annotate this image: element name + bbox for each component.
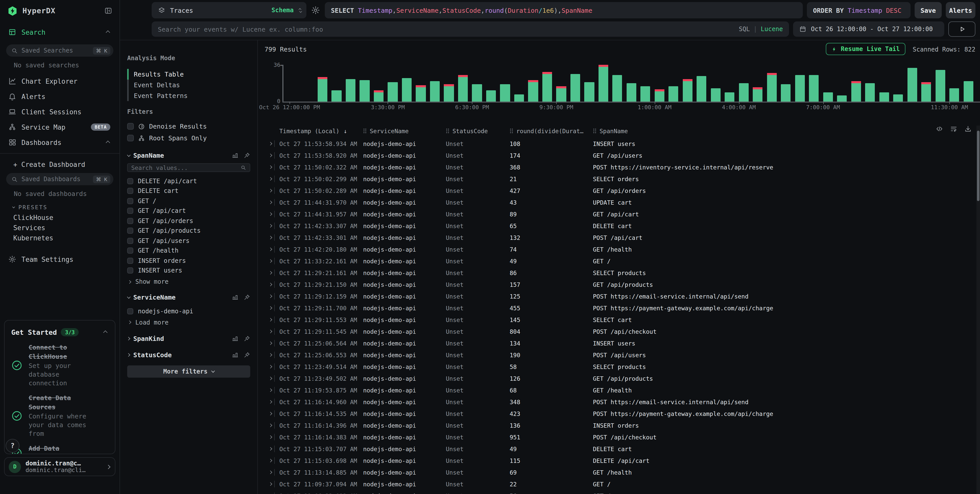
scrollbar-thumb[interactable] — [977, 131, 980, 201]
filter-value-checkbox[interactable]: GET / — [127, 196, 250, 206]
expand-row-icon[interactable] — [266, 283, 274, 286]
expand-row-icon[interactable] — [266, 154, 274, 157]
filter-value-checkbox[interactable]: INSERT users — [127, 265, 250, 276]
table-row[interactable]: Oct 27 11:42:33.307 AM nodejs-demo-api U… — [258, 220, 977, 232]
saved-searches-input[interactable]: ⌘ K — [6, 44, 113, 57]
histogram-bar[interactable] — [472, 84, 482, 102]
expand-row-icon[interactable] — [266, 354, 274, 356]
histogram-bar[interactable] — [584, 82, 594, 102]
table-row[interactable]: Oct 27 11:50:02.289 AM nodejs-demo-api U… — [258, 185, 977, 197]
checkbox[interactable] — [127, 208, 133, 214]
lucene-mode-toggle[interactable]: Lucene — [760, 25, 783, 33]
column-header-status[interactable]: StatusCode — [446, 127, 510, 135]
checkbox[interactable] — [127, 178, 133, 184]
get-started-step[interactable]: Connect to ClickHouse Set up your databa… — [11, 343, 108, 388]
table-row[interactable]: Oct 27 11:23:49.514 AM nodejs-demo-api U… — [258, 361, 977, 373]
wrap-text-icon[interactable] — [950, 125, 958, 133]
save-button[interactable]: Save — [915, 2, 942, 18]
saved-searches-field[interactable] — [21, 47, 89, 54]
histogram-bar[interactable] — [795, 75, 805, 102]
expand-row-icon[interactable] — [266, 365, 274, 368]
histogram-bar[interactable] — [542, 72, 552, 102]
table-row[interactable]: Oct 27 11:16:14.396 AM nodejs-demo-api U… — [258, 419, 977, 431]
histogram-bar[interactable] — [921, 82, 931, 102]
expand-row-icon[interactable] — [266, 448, 274, 450]
servicename-group-header[interactable]: ServiceName — [127, 292, 250, 302]
filter-value-checkbox[interactable]: INSERT orders — [127, 256, 250, 265]
expand-row-icon[interactable] — [266, 236, 274, 239]
filter-value-checkbox[interactable]: DELETE /api/cart — [127, 176, 250, 186]
preset-item[interactable]: ClickHouse — [6, 212, 113, 222]
histogram-bar[interactable] — [612, 75, 622, 102]
drag-handle-icon[interactable] — [510, 128, 513, 134]
expand-row-icon[interactable] — [266, 400, 274, 403]
chevron-up-icon[interactable] — [106, 141, 110, 145]
histogram-bar[interactable] — [823, 92, 833, 102]
time-range-picker[interactable]: Oct 26 12:00:00 - Oct 27 12:00:00 — [793, 21, 944, 37]
checkbox[interactable] — [127, 123, 134, 130]
spankind-group-header[interactable]: SpanKind — [127, 334, 250, 344]
histogram-bar[interactable] — [514, 94, 524, 102]
lucene-search-field[interactable] — [158, 25, 735, 33]
table-row[interactable]: Oct 27 11:25:06.553 AM nodejs-demo-api U… — [258, 349, 977, 361]
table-row[interactable]: Oct 27 11:09:37.094 AM nodejs-demo-api U… — [258, 478, 977, 490]
column-header-span[interactable]: SpanName — [593, 127, 980, 135]
column-chart-icon[interactable] — [232, 335, 239, 342]
histogram-bar[interactable] — [963, 81, 973, 102]
table-row[interactable]: Oct 27 11:23:49.502 AM nodejs-demo-api U… — [258, 373, 977, 384]
pin-icon[interactable] — [243, 152, 250, 159]
saved-dashboards-input[interactable]: ⌘ K — [6, 173, 113, 185]
analysis-mode-option[interactable]: Results Table — [127, 69, 250, 79]
table-row[interactable]: Oct 27 11:53:58.920 AM nodejs-demo-api U… — [258, 149, 977, 161]
column-chart-icon[interactable] — [232, 152, 239, 159]
histogram-bar[interactable] — [809, 75, 819, 102]
expand-row-icon[interactable] — [266, 318, 274, 321]
histogram-bar[interactable] — [654, 89, 664, 102]
pin-icon[interactable] — [243, 294, 250, 300]
expand-row-icon[interactable] — [266, 459, 274, 462]
table-row[interactable]: Oct 27 11:13:14.885 AM nodejs-demo-api U… — [258, 467, 977, 478]
download-icon[interactable] — [964, 125, 972, 133]
checkbox[interactable] — [127, 238, 133, 244]
histogram-bar[interactable] — [711, 88, 720, 102]
histogram-bar[interactable] — [739, 83, 748, 102]
column-header-service[interactable]: ServiceName — [363, 127, 446, 135]
event-search-input[interactable]: SQL | Lucene — [152, 21, 789, 37]
checkbox[interactable] — [127, 218, 133, 224]
nav-chart-explorer[interactable]: Chart Explorer — [6, 73, 113, 89]
histogram-bar[interactable] — [430, 81, 440, 102]
column-header-timestamp[interactable]: Timestamp (Local)↓ — [279, 127, 363, 135]
nav-search[interactable]: Search — [6, 24, 113, 40]
histogram-bar[interactable] — [570, 74, 580, 102]
table-row[interactable]: Oct 27 11:29:21.161 AM nodejs-demo-api U… — [258, 267, 977, 279]
expand-row-icon[interactable] — [266, 248, 274, 251]
expand-row-icon[interactable] — [266, 436, 274, 438]
presets-toggle[interactable]: PRESETS — [6, 202, 113, 212]
pin-icon[interactable] — [243, 352, 250, 358]
filter-value-checkbox[interactable]: GET /api/products — [127, 226, 250, 236]
expand-row-icon[interactable] — [266, 178, 274, 180]
table-row[interactable]: Oct 27 11:29:12.159 AM nodejs-demo-api U… — [258, 291, 977, 302]
column-chart-icon[interactable] — [232, 294, 239, 300]
histogram-bar[interactable] — [935, 70, 945, 102]
histogram-bar[interactable] — [851, 81, 861, 102]
table-row[interactable]: Oct 27 11:42:20.180 AM nodejs-demo-api U… — [258, 243, 977, 255]
spanname-group-header[interactable]: SpanName — [127, 150, 250, 160]
nav-alerts[interactable]: Alerts — [6, 89, 113, 104]
histogram-bar[interactable] — [767, 73, 776, 102]
table-row[interactable]: Oct 27 11:16:14.383 AM nodejs-demo-api U… — [258, 431, 977, 443]
histogram-bar[interactable] — [486, 91, 496, 102]
histogram-bar[interactable] — [893, 94, 903, 102]
sort-desc-icon[interactable]: ↓ — [344, 127, 347, 135]
expand-row-icon[interactable] — [266, 295, 274, 297]
histogram-bar[interactable] — [753, 87, 762, 102]
table-row[interactable]: Oct 27 11:16:14.535 AM nodejs-demo-api U… — [258, 408, 977, 419]
statuscode-group-header[interactable]: StatusCode — [127, 350, 250, 360]
sql-mode-toggle[interactable]: SQL — [739, 25, 750, 33]
select-clause-input[interactable]: SELECT Timestamp,ServiceName,StatusCode,… — [325, 2, 803, 18]
table-row[interactable]: Oct 27 11:44:31.957 AM nodejs-demo-api U… — [258, 208, 977, 220]
filter-value-checkbox[interactable]: GET /api/cart — [127, 206, 250, 216]
show-more-button[interactable]: Show more — [127, 276, 250, 287]
table-row[interactable]: Oct 27 11:15:03.698 AM nodejs-demo-api U… — [258, 455, 977, 467]
expand-row-icon[interactable] — [266, 213, 274, 215]
